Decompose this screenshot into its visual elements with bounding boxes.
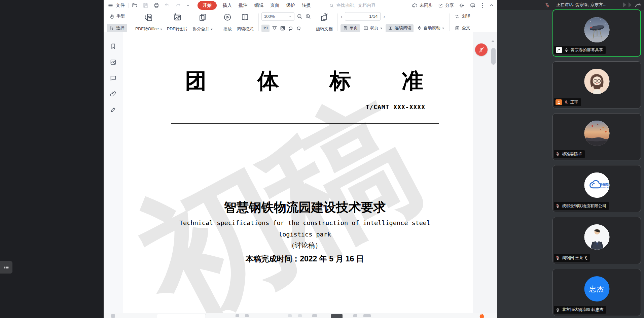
tab-convert[interactable]: 转换 <box>300 1 313 9</box>
translate-badge-icon <box>478 46 485 53</box>
undo-icon[interactable] <box>164 2 170 8</box>
participant-name-bar: 标准委陈卓 <box>554 150 585 158</box>
redo-icon[interactable] <box>175 2 181 8</box>
rotate-document-button[interactable]: 旋转文档 <box>313 12 335 33</box>
zoom-level-dropdown[interactable]: 100% <box>261 12 294 21</box>
participant-name: 北方恒达物流园 韩忠杰 <box>562 307 603 313</box>
tab-edit[interactable]: 编辑 <box>252 1 265 9</box>
next-page-button[interactable]: › <box>383 14 385 19</box>
status-grid-icon[interactable] <box>111 314 115 318</box>
full-text-translate-button[interactable]: 全文 <box>452 24 472 32</box>
participant-tile[interactable]: 贺宗春的屏幕共享 <box>552 9 641 57</box>
ribbon-toolbar: 手型 选择 PDF转Office PDF转图片 拆分合并 播放 阅读模式 <box>104 11 497 34</box>
open-file-icon[interactable] <box>132 2 138 8</box>
search-icon <box>329 3 334 8</box>
participant-name-bar: 淘钢网 王龙飞 <box>554 254 590 262</box>
continuous-read-button[interactable]: 连续阅读 <box>386 24 414 32</box>
participant-tile[interactable]: 忠杰 北方恒达物流园 韩忠杰 <box>552 269 641 316</box>
double-page-button[interactable]: 双页 <box>361 24 385 32</box>
auto-scroll-button[interactable]: 自动滚动 <box>415 24 446 32</box>
status-icon[interactable] <box>363 314 371 317</box>
draft-note: （讨论稿） <box>137 241 473 250</box>
more-menu-icon[interactable] <box>481 3 484 8</box>
comment-panel-icon[interactable] <box>110 74 117 82</box>
collapse-ribbon-icon[interactable] <box>489 3 494 8</box>
tab-page[interactable]: 页面 <box>268 1 281 9</box>
avatar-initials: 忠杰 <box>589 284 604 294</box>
share-button[interactable]: 分享 <box>438 2 454 8</box>
status-icon[interactable] <box>236 314 239 317</box>
zoom-out-icon[interactable] <box>296 13 303 20</box>
fit-width-icon[interactable] <box>272 25 278 31</box>
attachment-icon[interactable] <box>110 90 117 97</box>
list-icon <box>3 264 10 271</box>
participant-avatar <box>584 17 609 42</box>
pdf-to-image-icon <box>173 13 182 22</box>
word-translate-button[interactable]: 划译 <box>452 12 472 21</box>
document-page[interactable]: 初稿 团体标准 T/CAMT XXX-XXXX 智慧钢铁物流园建设技术要求 Te… <box>123 32 473 313</box>
participant-tile[interactable]: 标准委陈卓 <box>552 113 641 160</box>
scroll-up-arrow[interactable] <box>491 40 495 42</box>
sync-status[interactable]: 未同步 <box>412 2 433 8</box>
image-panel-icon[interactable] <box>110 59 117 66</box>
bookmark-icon[interactable] <box>110 43 117 50</box>
cursor-icon <box>109 26 114 31</box>
save-icon[interactable] <box>143 2 149 8</box>
status-input-box[interactable] <box>157 314 206 318</box>
tab-comment[interactable]: 批注 <box>237 1 250 9</box>
scrollbar-zone <box>473 32 497 313</box>
status-dark-button[interactable] <box>331 314 343 318</box>
status-icon[interactable] <box>353 314 357 317</box>
hand-tool[interactable]: 手型 <box>107 12 127 21</box>
rotate-right-icon[interactable] <box>296 25 302 31</box>
participant-avatar <box>584 121 609 146</box>
status-icon[interactable] <box>298 314 302 317</box>
window-nav-arrows[interactable] <box>620 2 643 8</box>
tab-home[interactable]: 开始 <box>198 1 217 10</box>
tab-protect[interactable]: 保护 <box>284 1 297 9</box>
dropdown-caret <box>380 28 382 29</box>
fit-page-icon[interactable] <box>280 25 286 31</box>
read-mode-button[interactable]: 阅读模式 <box>234 12 256 33</box>
rotate-left-icon[interactable] <box>288 25 294 31</box>
continuous-read-icon <box>388 26 393 31</box>
pdf-to-office-button[interactable]: PDF转Office <box>133 12 165 33</box>
settings-gear-icon[interactable] <box>459 3 465 8</box>
zoom-in-icon[interactable] <box>305 13 311 20</box>
mic-on-icon <box>556 307 560 312</box>
status-icon[interactable] <box>312 314 317 317</box>
file-menu[interactable]: 文件 <box>108 2 125 8</box>
actual-size-button[interactable]: 1:1 <box>261 25 270 32</box>
dropdown-caret <box>442 28 444 29</box>
participant-tile[interactable]: 淘钢网 王龙飞 <box>552 217 641 264</box>
status-icon[interactable] <box>288 314 292 317</box>
page-indicator[interactable]: 1/14 <box>345 12 381 21</box>
word-translate-icon <box>455 14 460 19</box>
auto-scroll-icon <box>417 26 422 31</box>
split-merge-button[interactable]: 拆分合并 <box>190 12 215 33</box>
participant-tile[interactable]: 王宇 <box>552 61 641 108</box>
play-button[interactable]: 播放 <box>221 12 234 33</box>
single-page-button[interactable]: 单页 <box>341 24 360 32</box>
scrollbar-thumb[interactable] <box>491 48 496 65</box>
signature-icon[interactable] <box>110 106 117 113</box>
print-icon[interactable] <box>153 2 159 8</box>
participant-tile[interactable]: 云钢联YUNGANGLIAN 成都云钢联物流有限公司 <box>552 165 641 212</box>
select-tool[interactable]: 选择 <box>107 24 127 32</box>
participant-name: 王宇 <box>570 99 578 105</box>
prev-page-button[interactable]: ‹ <box>341 14 342 19</box>
feedback-comment-icon[interactable] <box>470 2 476 8</box>
document-type-heading: 团体标准 <box>185 66 423 96</box>
search-placeholder: 查找功能、文档内容 <box>336 2 375 8</box>
floating-list-button[interactable] <box>0 261 12 274</box>
status-icon[interactable] <box>245 314 249 317</box>
quick-access-dropdown-icon[interactable] <box>186 3 190 8</box>
search-box[interactable]: 查找功能、文档内容 <box>329 2 375 8</box>
tab-insert[interactable]: 插入 <box>221 1 234 9</box>
share-icon <box>438 3 443 8</box>
wps-logo[interactable] <box>477 312 486 318</box>
divider <box>194 3 194 8</box>
translate-disabled-badge[interactable] <box>475 43 488 56</box>
pdf-to-image-button[interactable]: PDF转图片 <box>165 12 190 33</box>
document-title-en-line1: Technical specifications for the constru… <box>137 219 473 226</box>
